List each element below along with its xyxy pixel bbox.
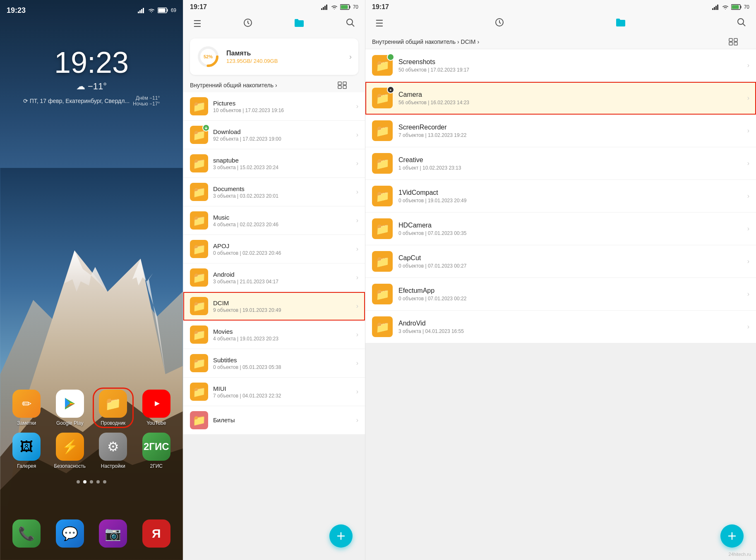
fm-item-meta: 0 объектов | 02.02.2023 20:46 bbox=[213, 250, 356, 256]
dcim-panel: 19:17 70 bbox=[365, 0, 756, 560]
fm-history-icon[interactable] bbox=[241, 16, 254, 32]
fm-storage-info: Память 123.95GB/ 240.09GB bbox=[226, 50, 343, 64]
fm-item-arrow: › bbox=[356, 103, 358, 110]
fm-item-bilety[interactable]: 📁 Билеты › bbox=[183, 406, 365, 435]
dcim-item-camera[interactable]: 📁 ● Camera 56 объектов | 16.02.2023 14:2… bbox=[365, 82, 756, 115]
fm-item-info: snaptube 3 объекта | 15.02.2023 20:24 bbox=[213, 157, 356, 170]
svg-rect-10 bbox=[143, 8, 144, 13]
fm-item-meta: 3 объекта | 15.02.2023 20:24 bbox=[213, 165, 356, 170]
dcim-item-info: AndroVid 3 объекта | 04.01.2023 16:55 bbox=[398, 320, 747, 334]
svg-rect-13 bbox=[167, 9, 168, 12]
dcim-more-icon[interactable] bbox=[741, 38, 749, 45]
app-icon-settings[interactable]: ⚙ Настройки bbox=[95, 433, 132, 469]
dcim-history-icon[interactable] bbox=[493, 16, 506, 31]
dock-messages[interactable]: 💬 bbox=[52, 519, 89, 548]
fm-storage-detail: 123.95GB/ 240.09GB bbox=[226, 58, 343, 64]
youtube-label: YouTube bbox=[146, 420, 166, 426]
download-badge bbox=[202, 124, 210, 132]
status-time: 19:23 bbox=[7, 6, 26, 15]
fm-item-subtitles[interactable]: 📁 Subtitles 0 объектов | 05.01.2023 05:3… bbox=[183, 349, 365, 378]
dcim-item-name: ScreenRecorder bbox=[398, 124, 747, 131]
fm-item-android[interactable]: 📁 Android 3 объекта | 21.01.2023 04:17 › bbox=[183, 263, 365, 292]
dcim-item-1vidcompact[interactable]: 📁 1VidCompact 0 объектов | 19.01.2023 20… bbox=[365, 180, 756, 213]
folder-icon-pictures: 📁 bbox=[190, 97, 208, 115]
fm-item-miui[interactable]: 📁 MIUI 7 объектов | 04.01.2023 22:32 › bbox=[183, 378, 365, 406]
files-label: Проводник bbox=[101, 420, 125, 426]
dcim-item-name: HDCamera bbox=[398, 222, 747, 229]
folder-icon-androvid: 📁 bbox=[372, 316, 393, 337]
dock-camera[interactable]: 📷 bbox=[95, 519, 132, 548]
svg-line-48 bbox=[743, 24, 745, 26]
dcim-grid-icon[interactable] bbox=[729, 38, 738, 45]
dcim-item-screenshots[interactable]: 📁 Screenshots 50 объектов | 17.02.2023 1… bbox=[365, 49, 756, 82]
fm-fab-button[interactable] bbox=[329, 524, 353, 548]
fm-signal-icon bbox=[321, 4, 329, 10]
app-icon-google-play[interactable]: Google Play bbox=[52, 390, 89, 426]
youtube-logo bbox=[148, 398, 165, 409]
fm-item-info: MIUI 7 объектов | 04.01.2023 22:32 bbox=[213, 385, 356, 399]
svg-rect-7 bbox=[138, 12, 139, 13]
signal-icon bbox=[138, 7, 145, 13]
fm-path-text[interactable]: Внутренний общий накопитель › bbox=[190, 82, 277, 89]
fm-grid-icon[interactable] bbox=[338, 81, 347, 89]
fm-item-name: Билеты bbox=[213, 416, 356, 424]
fm-item-movies[interactable]: 📁 Movies 4 объекта | 19.01.2023 20:23 › bbox=[183, 321, 365, 349]
app-icon-files[interactable]: 📁 Проводник bbox=[95, 390, 132, 426]
dcim-item-name: 1VidCompact bbox=[398, 189, 747, 196]
app-icon-gallery[interactable]: 🖼 Галерея bbox=[8, 433, 45, 469]
dcim-item-arrow: › bbox=[747, 290, 749, 298]
fm-search-icon[interactable] bbox=[344, 17, 357, 31]
app-icon-notes[interactable]: ✏ Заметки bbox=[8, 390, 45, 426]
fm-item-meta: 92 объекта | 17.02.2023 19:00 bbox=[213, 136, 356, 142]
file-manager-panel: 19:17 70 ☰ bbox=[183, 0, 365, 560]
fm-more-icon[interactable] bbox=[350, 81, 358, 89]
play-store-logo bbox=[62, 396, 77, 411]
fm-wifi-icon bbox=[331, 4, 338, 10]
dcim-folder-icon[interactable] bbox=[614, 16, 628, 31]
fm-item-documents[interactable]: 📁 Documents 3 объекта | 03.02.2023 20:01… bbox=[183, 178, 365, 206]
dcim-menu-icon[interactable]: ☰ bbox=[374, 17, 385, 31]
dcim-item-efectumapp[interactable]: 📁 EfectumApp 0 объектов | 07.01.2023 00:… bbox=[365, 278, 756, 311]
dcim-item-androvid[interactable]: 📁 AndroVid 3 объекта | 04.01.2023 16:55 … bbox=[365, 311, 756, 343]
svg-point-55 bbox=[744, 43, 746, 45]
dcim-signal-icon bbox=[712, 4, 720, 10]
dock-phone[interactable]: 📞 bbox=[8, 519, 45, 548]
svg-point-37 bbox=[353, 87, 355, 89]
fm-menu-icon[interactable]: ☰ bbox=[192, 17, 203, 31]
fm-item-apoj[interactable]: 📁 APOJ 0 объектов | 02.02.2023 20:46 › bbox=[183, 235, 365, 263]
dot-3 bbox=[90, 480, 93, 483]
fm-item-music[interactable]: 📁 Music 4 объекта | 02.02.2023 20:46 › bbox=[183, 206, 365, 235]
fm-item-info: Билеты bbox=[213, 416, 356, 424]
app-icon-youtube[interactable]: YouTube bbox=[138, 390, 175, 426]
dock-yandex[interactable]: Я bbox=[138, 519, 175, 548]
fm-item-arrow: › bbox=[356, 388, 358, 395]
fm-storage-card[interactable]: 52% Память 123.95GB/ 240.09GB › bbox=[190, 38, 358, 75]
dcim-item-name: EfectumApp bbox=[398, 287, 747, 294]
dcim-item-hdcamera[interactable]: 📁 HDCamera 0 объектов | 07.01.2023 00:35… bbox=[365, 213, 756, 245]
dcim-item-meta: 7 объектов | 13.02.2023 19:22 bbox=[398, 132, 747, 138]
svg-rect-18 bbox=[323, 7, 324, 10]
dcim-item-creative[interactable]: 📁 Creative 1 объект | 10.02.2023 23:13 › bbox=[365, 147, 756, 180]
app-icon-2gis[interactable]: 2ГИС 2ГИС bbox=[138, 433, 175, 469]
fm-item-dcim[interactable]: 📁 DCIM 9 объектов | 19.01.2023 20:49 › bbox=[183, 292, 365, 321]
dcim-search-icon[interactable] bbox=[735, 16, 748, 31]
dcim-item-info: Screenshots 50 объектов | 17.02.2023 19:… bbox=[398, 58, 747, 73]
svg-rect-52 bbox=[734, 42, 737, 45]
fm-path-chevron: › bbox=[275, 82, 277, 89]
fm-item-info: Movies 4 объекта | 19.01.2023 20:23 bbox=[213, 328, 356, 342]
settings-label: Настройки bbox=[101, 463, 125, 469]
fm-item-download[interactable]: 📁 Download 92 объекта | 17.02.2023 19:00… bbox=[183, 121, 365, 149]
fm-item-pictures[interactable]: 📁 Pictures 10 объектов | 17.02.2023 19:1… bbox=[183, 92, 365, 121]
dcim-item-capcut[interactable]: 📁 CapCut 0 объектов | 07.01.2023 00:27 › bbox=[365, 245, 756, 278]
dcim-breadcrumb[interactable]: Внутренний общий накопитель › DCIM › bbox=[372, 38, 479, 45]
fm-folder-list: 📁 Pictures 10 объектов | 17.02.2023 19:1… bbox=[183, 92, 365, 560]
svg-rect-50 bbox=[734, 38, 737, 41]
fm-item-snaptube[interactable]: 📁 snaptube 3 объекта | 15.02.2023 20:24 … bbox=[183, 149, 365, 178]
fm-item-info: DCIM 9 объектов | 19.01.2023 20:49 bbox=[213, 299, 356, 313]
dcim-fab-button[interactable] bbox=[720, 524, 744, 548]
fm-status-time: 19:17 bbox=[190, 3, 207, 11]
dcim-item-screenrecorder[interactable]: 📁 ScreenRecorder 7 объектов | 13.02.2023… bbox=[365, 115, 756, 147]
app-icon-security[interactable]: ⚡ Безопасность bbox=[52, 433, 89, 469]
fm-folder-icon[interactable] bbox=[292, 16, 306, 32]
temp-range: Днём −11° Ночью −17° bbox=[133, 95, 160, 107]
